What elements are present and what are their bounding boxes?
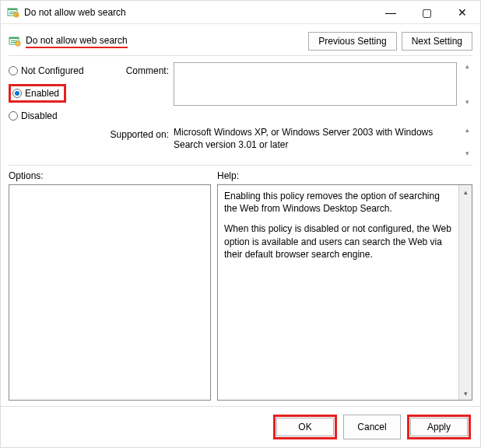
maximize-button[interactable]: ▢ xyxy=(409,1,444,23)
options-label: Options: xyxy=(9,170,211,181)
supported-row: Supported on: Microsoft Windows XP, or W… xyxy=(1,121,480,157)
help-scrollbar[interactable]: ▴ ▾ xyxy=(458,185,472,400)
policy-icon xyxy=(9,35,21,47)
help-paragraph: Enabling this policy removes the option … xyxy=(224,190,452,215)
svg-point-9 xyxy=(16,41,20,46)
help-text: Enabling this policy removes the option … xyxy=(218,185,458,400)
chevron-up-icon: ▴ xyxy=(465,126,469,134)
divider xyxy=(9,55,472,56)
radio-icon xyxy=(12,89,22,98)
window-title: Do not allow web search xyxy=(24,7,126,18)
supported-on-text: Microsoft Windows XP, or Windows Server … xyxy=(174,126,457,151)
ok-highlight: OK xyxy=(273,415,337,439)
cancel-button[interactable]: Cancel xyxy=(343,415,401,439)
ok-button[interactable]: OK xyxy=(276,418,334,436)
policy-icon xyxy=(7,6,19,19)
dialog-footer: OK Cancel Apply xyxy=(1,406,480,447)
chevron-down-icon: ▾ xyxy=(465,98,469,106)
chevron-down-icon: ▾ xyxy=(465,149,469,157)
close-button[interactable]: ✕ xyxy=(444,1,480,23)
options-pane xyxy=(9,184,211,401)
chevron-down-icon[interactable]: ▾ xyxy=(459,387,472,400)
radio-enabled[interactable]: Enabled xyxy=(12,88,59,99)
policy-title: Do not allow web search xyxy=(26,35,128,48)
apply-highlight: Apply xyxy=(407,415,471,439)
svg-rect-7 xyxy=(11,40,17,41)
apply-button[interactable]: Apply xyxy=(410,418,468,436)
divider xyxy=(9,165,472,166)
help-pane: Enabling this policy removes the option … xyxy=(217,184,472,401)
radio-label: Not Configured xyxy=(21,65,84,76)
radio-not-configured[interactable]: Not Configured xyxy=(9,65,102,76)
help-label: Help: xyxy=(217,170,472,181)
lower-panes: Enabling this policy removes the option … xyxy=(1,184,480,401)
state-radio-group: Not Configured Enabled Disabled xyxy=(9,62,102,121)
titlebar: Do not allow web search — ▢ ✕ xyxy=(1,1,480,24)
comment-label: Comment: xyxy=(107,62,169,76)
chevron-up-icon[interactable]: ▴ xyxy=(459,185,472,198)
help-paragraph: When this policy is disabled or not conf… xyxy=(224,222,452,261)
radio-enabled-highlight: Enabled xyxy=(9,84,66,103)
previous-setting-button[interactable]: Previous Setting xyxy=(308,32,396,51)
svg-rect-1 xyxy=(8,9,17,10)
radio-label: Disabled xyxy=(21,110,58,121)
svg-rect-6 xyxy=(9,37,19,39)
minimize-button[interactable]: — xyxy=(373,1,409,23)
supported-on-label: Supported on: xyxy=(107,126,169,140)
supported-scroll-indicator: ▴ ▾ xyxy=(462,126,472,157)
comment-scroll-indicator: ▴ ▾ xyxy=(462,62,472,106)
svg-rect-3 xyxy=(9,13,14,14)
radio-icon xyxy=(9,66,18,75)
window-controls: — ▢ ✕ xyxy=(373,1,480,23)
svg-rect-2 xyxy=(9,12,16,12)
comment-textarea[interactable] xyxy=(174,62,457,106)
radio-label: Enabled xyxy=(25,88,59,99)
radio-disabled[interactable]: Disabled xyxy=(9,110,102,121)
pane-labels: Options: Help: xyxy=(1,170,480,184)
settings-grid: Not Configured Enabled Disabled Comment:… xyxy=(1,62,480,121)
header-row: Do not allow web search Previous Setting… xyxy=(1,24,480,55)
next-setting-button[interactable]: Next Setting xyxy=(402,32,472,51)
svg-rect-8 xyxy=(11,42,16,43)
radio-icon xyxy=(9,111,18,121)
chevron-up-icon: ▴ xyxy=(465,62,469,70)
